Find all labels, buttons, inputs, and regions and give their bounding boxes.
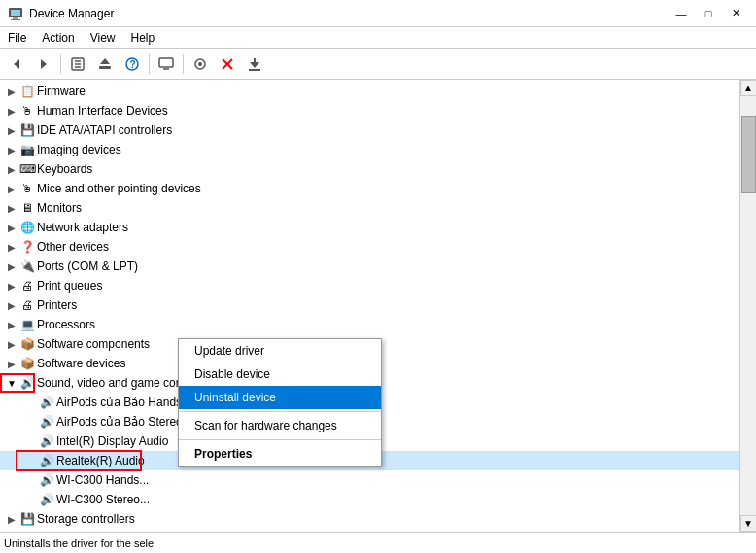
expand-icon[interactable]: ▶ <box>4 336 19 352</box>
printq-icon: 🖨 <box>19 278 35 294</box>
hid-icon: 🖱 <box>19 103 35 119</box>
forward-button[interactable] <box>31 52 56 77</box>
expand-icon[interactable]: ▶ <box>4 259 19 274</box>
delete-button[interactable] <box>215 52 240 77</box>
tree-item-printq[interactable]: ▶ 🖨 Print queues <box>0 276 739 295</box>
menu-help[interactable]: Help <box>123 27 163 48</box>
svg-rect-10 <box>99 66 111 69</box>
tree-item-imaging[interactable]: ▶ 📷 Imaging devices <box>0 140 739 159</box>
storage-label: Storage controllers <box>37 512 135 526</box>
window-controls: — □ ✕ <box>669 4 748 23</box>
toolbar-sep-2 <box>149 54 150 74</box>
other-label: Other devices <box>37 240 109 254</box>
expand-icon[interactable]: ▶ <box>4 278 19 294</box>
expand-icon[interactable]: ▶ <box>4 356 19 371</box>
intel-disp-label: Intel(R) Display Audio <box>56 434 168 448</box>
expand-icon[interactable]: ▶ <box>4 181 19 196</box>
softcomp-label: Software components <box>37 337 150 351</box>
expand-icon[interactable]: ▶ <box>4 84 19 99</box>
display-button[interactable] <box>154 52 179 77</box>
tree-item-hid[interactable]: ▶ 🖱 Human Interface Devices <box>0 101 739 121</box>
tree-item-wic300-s[interactable]: ▶ 🔊 WI-C300 Stereo... <box>0 490 739 509</box>
tree-item-printers[interactable]: ▶ 🖨 Printers <box>0 295 739 315</box>
update-driver-button[interactable] <box>92 52 118 77</box>
ide-icon: 💾 <box>19 122 35 138</box>
softdev-label: Software devices <box>37 357 125 370</box>
realtek-label: Realtek(R) Audio <box>56 454 145 467</box>
svg-rect-3 <box>11 19 20 20</box>
tree-item-firmware[interactable]: ▶ 📋 Firmware <box>0 82 739 101</box>
status-bar: Uninstalls the driver for the sele <box>0 532 756 553</box>
softcomp-icon: 📦 <box>19 336 35 352</box>
tree-item-wic300-h[interactable]: ▶ 🔊 WI-C300 Hands... <box>0 470 739 490</box>
imaging-label: Imaging devices <box>37 143 121 156</box>
network-icon: 🌐 <box>19 220 35 235</box>
app-icon <box>8 6 23 21</box>
wic300-h-label: WI-C300 Hands... <box>56 473 149 487</box>
expand-icon[interactable]: ▼ <box>4 375 19 391</box>
ide-label: IDE ATA/ATAPI controllers <box>37 123 172 137</box>
mice-label: Mice and other pointing devices <box>37 182 201 195</box>
printers-label: Printers <box>37 298 77 312</box>
ports-label: Ports (COM & LPT) <box>37 259 138 273</box>
tree-item-monitors[interactable]: ▶ 🖥 Monitors <box>0 198 739 218</box>
ctx-scan-hardware[interactable]: Scan for hardware changes <box>179 414 381 437</box>
svg-rect-21 <box>254 58 256 63</box>
tree-item-mice[interactable]: ▶ 🖱 Mice and other pointing devices <box>0 179 739 198</box>
expand-icon[interactable]: ▶ <box>4 239 19 255</box>
ctx-uninstall-device[interactable]: Uninstall device <box>179 386 381 409</box>
menu-file[interactable]: File <box>0 27 34 48</box>
scroll-down-button[interactable]: ▼ <box>740 515 757 532</box>
ctx-properties[interactable]: Properties <box>179 442 381 466</box>
menu-bar: File Action View Help <box>0 27 756 49</box>
vertical-scrollbar[interactable]: ▲ ▼ <box>739 80 756 532</box>
back-button[interactable] <box>4 52 29 77</box>
firmware-icon: 📋 <box>19 84 35 99</box>
monitors-label: Monitors <box>37 201 82 215</box>
intel-disp-icon: 🔊 <box>39 433 54 449</box>
expand-icon[interactable]: ▶ <box>4 531 19 532</box>
expand-icon[interactable]: ▶ <box>4 103 19 119</box>
ctx-update-driver[interactable]: Update driver <box>179 339 381 363</box>
printers-icon: 🖨 <box>19 297 35 313</box>
airpods-st-label: AirPods của Bảo Stereo <box>56 415 183 429</box>
download-button[interactable] <box>242 52 267 77</box>
expand-icon[interactable]: ▶ <box>4 142 19 157</box>
menu-view[interactable]: View <box>83 27 123 48</box>
close-button[interactable]: ✕ <box>723 4 748 23</box>
expand-icon[interactable]: ▶ <box>4 122 19 138</box>
expand-icon[interactable]: ▶ <box>4 297 19 313</box>
context-menu: Update driver Disable device Uninstall d… <box>178 338 382 467</box>
tree-item-ide[interactable]: ▶ 💾 IDE ATA/ATAPI controllers <box>0 121 739 140</box>
scan-button[interactable] <box>188 52 213 77</box>
wic300-s-icon: 🔊 <box>39 492 54 507</box>
menu-action[interactable]: Action <box>34 27 82 48</box>
device-tree[interactable]: ▶ 📋 Firmware ▶ 🖱 Human Interface Devices… <box>0 80 739 532</box>
tree-item-keyboards[interactable]: ▶ ⌨ Keyboards <box>0 159 739 179</box>
sound-icon: 🔊 <box>19 375 35 391</box>
main-area: ▶ 📋 Firmware ▶ 🖱 Human Interface Devices… <box>0 80 756 532</box>
hid-label: Human Interface Devices <box>37 104 168 118</box>
minimize-button[interactable]: — <box>669 4 694 23</box>
expand-icon[interactable]: ▶ <box>4 511 19 527</box>
firmware-label: Firmware <box>37 85 86 98</box>
tree-item-ports[interactable]: ▶ 🔌 Ports (COM & LPT) <box>0 257 739 276</box>
ctx-disable-device[interactable]: Disable device <box>179 363 381 386</box>
help-button[interactable]: ? <box>120 52 145 77</box>
expand-icon[interactable]: ▶ <box>4 161 19 177</box>
expand-icon[interactable]: ▶ <box>4 200 19 216</box>
scroll-up-button[interactable]: ▲ <box>740 80 757 96</box>
tree-item-system[interactable]: ▶ 💻 System devices <box>0 529 739 532</box>
tree-item-network[interactable]: ▶ 🌐 Network adapters <box>0 218 739 237</box>
tree-item-storage[interactable]: ▶ 💾 Storage controllers <box>0 509 739 529</box>
expand-icon[interactable]: ▶ <box>4 220 19 235</box>
softdev-icon: 📦 <box>19 356 35 371</box>
tree-item-other[interactable]: ▶ ❓ Other devices <box>0 237 739 257</box>
network-label: Network adapters <box>37 221 128 234</box>
tree-item-processors[interactable]: ▶ 💻 Processors <box>0 315 739 334</box>
scrollbar-thumb[interactable] <box>741 116 756 193</box>
expand-icon[interactable]: ▶ <box>4 317 19 332</box>
svg-marker-11 <box>100 58 110 64</box>
maximize-button[interactable]: □ <box>696 4 721 23</box>
properties-button[interactable] <box>65 52 90 77</box>
